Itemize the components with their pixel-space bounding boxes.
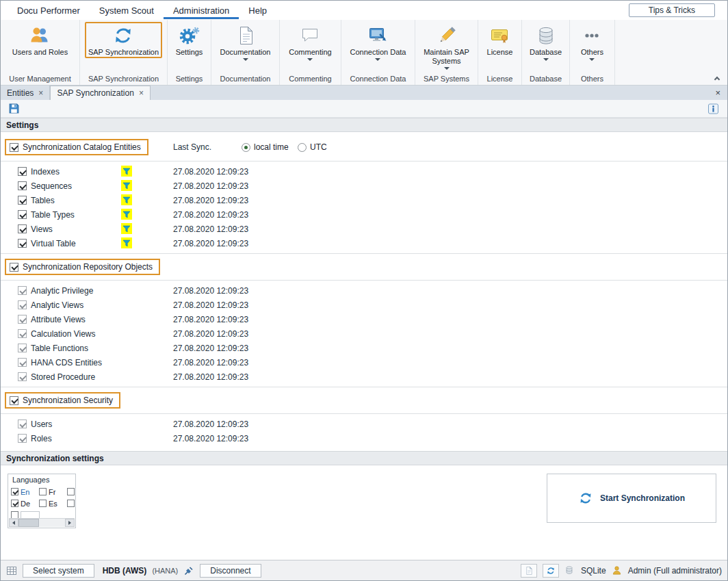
dropdown-caret-icon (243, 58, 248, 61)
language-checkbox[interactable] (39, 500, 47, 507)
database-icon (535, 25, 557, 47)
tab-close-icon[interactable]: × (139, 89, 144, 97)
ribbon-group-others: Others Others (570, 20, 615, 85)
local-time-radio-group[interactable]: local time (242, 142, 289, 152)
divider (1, 161, 727, 162)
scroll-left-button[interactable] (9, 519, 18, 527)
language-label: En (21, 488, 29, 496)
tab-sap-synchronization[interactable]: SAP Synchronization × (50, 86, 151, 100)
scrollbar-track[interactable] (18, 519, 65, 527)
repository-item-row: Calculation Views 27.08.2020 12:09:23 (1, 326, 727, 341)
filter-icon[interactable] (121, 180, 132, 191)
ribbon-group-sap-synchronization: SAP Synchronization SAP Synchronization (80, 20, 168, 85)
tab-close-icon[interactable]: × (38, 89, 43, 97)
documentation-button[interactable]: Documentation (217, 22, 274, 62)
ribbon-group-label: Settings (168, 73, 211, 85)
language-checkbox[interactable] (11, 500, 18, 507)
scrollbar-thumb[interactable] (18, 519, 39, 527)
database-button[interactable]: Database (526, 22, 565, 62)
language-label: De (21, 500, 30, 508)
repository-item-checkbox (18, 300, 27, 309)
maintain-sap-systems-button[interactable]: Maintain SAP Systems (415, 22, 478, 71)
tips-and-tricks-button[interactable]: Tips & Tricks (629, 3, 715, 17)
sap-synchronization-button[interactable]: SAP Synchronization (85, 22, 162, 58)
catalog-item-checkbox[interactable] (18, 210, 27, 219)
scroll-right-button[interactable] (65, 519, 75, 527)
local-time-radio[interactable] (242, 143, 250, 152)
tabbar: Entities × SAP Synchronization × × (1, 86, 727, 100)
language-checkbox-partial[interactable] (67, 500, 75, 507)
filter-icon[interactable] (121, 237, 132, 248)
connection-data-button[interactable]: Connection Data (347, 22, 410, 62)
security-item-checkbox (18, 419, 27, 428)
info-button[interactable] (705, 102, 720, 116)
utc-radio-group[interactable]: UTC (298, 142, 327, 152)
ribbon-collapse-button[interactable] (712, 74, 722, 82)
language-option-de[interactable]: De (11, 500, 39, 508)
catalog-item-checkbox[interactable] (18, 239, 27, 248)
ribbon-group-label: Others (570, 73, 614, 85)
ribbon-button-label: Maintain SAP Systems (419, 48, 474, 66)
filter-icon[interactable] (121, 166, 132, 177)
dropdown-caret-icon (375, 58, 380, 61)
ribbon-button-label: Users and Roles (12, 48, 68, 57)
report-document-button[interactable] (521, 564, 537, 578)
license-button[interactable]: License (484, 22, 517, 58)
language-option-en[interactable]: En (11, 488, 39, 496)
start-synchronization-button[interactable]: Start Synchronization (547, 474, 716, 523)
languages-horizontal-scrollbar[interactable] (9, 518, 75, 527)
last-sync-time: 27.08.2020 12:09:23 (173, 434, 248, 443)
catalog-item-checkbox[interactable] (18, 167, 27, 176)
disconnect-button[interactable]: Disconnect (200, 564, 261, 578)
menu-help[interactable]: Help (239, 2, 276, 19)
language-checkbox-partial[interactable] (67, 488, 75, 495)
ribbon-button-label: Database (530, 48, 562, 57)
ribbon-group-label: Database (522, 73, 569, 85)
users-and-roles-button[interactable]: Users and Roles (9, 22, 71, 58)
language-checkbox[interactable] (11, 488, 18, 495)
sync-security-checkbox[interactable] (10, 396, 18, 405)
select-system-button[interactable]: Select system (23, 564, 94, 578)
ribbon-group-documentation: Documentation Documentation (211, 20, 280, 85)
filter-icon[interactable] (121, 223, 132, 234)
repository-item-row: Table Functions 27.08.2020 12:09:23 (1, 341, 727, 355)
last-sync-time: 27.08.2020 12:09:23 (173, 329, 248, 339)
comment-bubble-icon (299, 25, 321, 47)
close-all-tabs-icon[interactable]: × (708, 86, 727, 100)
sync-settings-section-header: Synchronization settings (1, 451, 727, 465)
ribbon-group-database: Database Database (522, 20, 570, 85)
menu-system-scout[interactable]: System Scout (90, 2, 164, 19)
sync-repository-objects-checkbox[interactable] (10, 263, 18, 272)
language-option-fr[interactable]: Fr (39, 488, 67, 496)
sync-icon (112, 25, 134, 47)
sync-icon (546, 566, 556, 576)
sync-repository-objects-group[interactable]: Synchronization Repository Objects (5, 259, 160, 275)
filter-icon[interactable] (121, 194, 132, 205)
save-button[interactable] (6, 102, 21, 116)
divider (1, 387, 727, 387)
ribbon-button-label: Commenting (289, 48, 331, 57)
refresh-button[interactable] (543, 564, 559, 578)
sync-catalog-entities-checkbox[interactable] (10, 143, 18, 152)
ribbon-group-sap-systems: Maintain SAP Systems SAP Systems (415, 20, 478, 85)
others-button[interactable]: Others (577, 22, 607, 62)
last-sync-time: 27.08.2020 12:09:23 (173, 239, 248, 248)
tab-entities[interactable]: Entities × (1, 86, 50, 100)
last-sync-time: 27.08.2020 12:09:23 (173, 358, 248, 367)
menu-docu-performer[interactable]: Docu Performer (8, 2, 90, 19)
sync-catalog-entities-group[interactable]: Synchronization Catalog Entities (5, 139, 148, 155)
ribbon-group-label: SAP Systems (415, 73, 478, 85)
language-checkbox[interactable] (39, 488, 47, 495)
sync-security-group[interactable]: Synchronization Security (5, 392, 120, 409)
language-row: En Fr (8, 486, 75, 498)
menu-administration[interactable]: Administration (164, 2, 239, 19)
utc-radio[interactable] (298, 143, 307, 152)
commenting-button[interactable]: Commenting (285, 22, 335, 62)
language-option-es[interactable]: Es (39, 500, 67, 508)
database-cylinder-icon (564, 565, 575, 576)
settings-button[interactable]: Settings (172, 22, 207, 58)
catalog-item-checkbox[interactable] (18, 224, 27, 233)
filter-icon[interactable] (121, 209, 132, 220)
catalog-item-checkbox[interactable] (18, 196, 27, 205)
catalog-item-checkbox[interactable] (18, 181, 27, 190)
